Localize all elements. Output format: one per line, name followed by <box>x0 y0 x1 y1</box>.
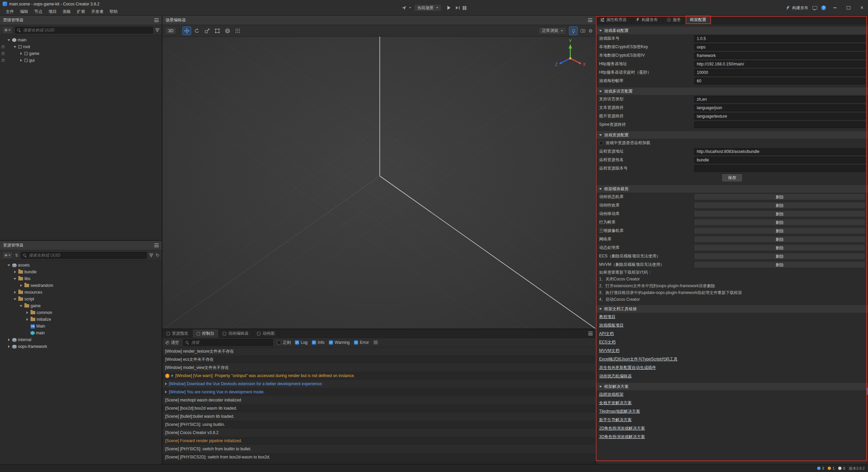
panel-menu[interactable] <box>588 329 593 338</box>
asset-node-initialize[interactable]: initialize <box>0 316 162 323</box>
filter-icon[interactable] <box>149 254 153 257</box>
build-publish-button[interactable]: 构建发布 <box>786 5 808 11</box>
property-input-Http服务器请求超时（毫秒）[interactable] <box>694 69 865 76</box>
asset-node-script[interactable]: script <box>0 296 162 302</box>
move-tool-button[interactable] <box>183 27 191 35</box>
layout-grid-icon[interactable] <box>463 6 467 10</box>
asset-node-oops-framework[interactable]: oops-framework <box>0 343 162 350</box>
menu-开发者[interactable]: 开发者 <box>88 8 106 15</box>
console-searchbox[interactable] <box>183 339 273 346</box>
rect-tool-button[interactable] <box>213 27 221 35</box>
hierarchy-node-gui[interactable]: gui <box>0 57 162 64</box>
panel-menu-icon[interactable] <box>154 243 159 247</box>
section-header-框架模块裁剪[interactable]: 框架模块裁剪 <box>596 185 868 193</box>
property-input-游戏版本号[interactable] <box>694 35 865 42</box>
property-input-Http服务器地址[interactable] <box>694 61 865 67</box>
log-row[interactable]: [Scene] [PHYSICS]: switch from builtin t… <box>162 445 595 453</box>
filter-Error[interactable]: Error <box>354 340 369 345</box>
expand-chevron-icon[interactable] <box>165 382 167 385</box>
step-button[interactable] <box>456 6 460 10</box>
property-input-图片资源路径[interactable] <box>694 113 865 120</box>
section-header-框架文档工具链接[interactable]: 框架文档工具链接 <box>596 305 868 313</box>
expand-arrow-icon[interactable] <box>19 59 23 62</box>
camera-icon[interactable] <box>580 29 585 33</box>
expand-arrow-icon[interactable] <box>25 318 29 321</box>
menu-帮助[interactable]: 帮助 <box>106 8 121 15</box>
property-input-远程资源包名[interactable] <box>694 157 865 163</box>
clear-console-button[interactable]: 清空 <box>165 340 179 346</box>
log-row[interactable]: [Window] model_view文件夹不存在 <box>162 363 595 372</box>
property-input-游戏每秒帧率[interactable] <box>694 78 865 84</box>
gizmo-y-label[interactable]: Y <box>569 39 572 43</box>
property-input-支持语言类型[interactable] <box>694 96 865 103</box>
gizmo-x-label[interactable]: X <box>583 62 586 67</box>
expand-arrow-icon[interactable] <box>13 278 17 280</box>
inspector-tab-服务[interactable]: 服务 <box>663 16 686 24</box>
inspector-tab-属性检查器[interactable]: 属性检查器 <box>596 16 631 24</box>
run-target-caret-icon[interactable] <box>409 7 411 8</box>
expand-arrow-icon[interactable] <box>13 46 17 48</box>
run-target-icon[interactable] <box>402 5 407 10</box>
log-row[interactable]: [Window] render_texture文件夹不存在 <box>162 347 595 355</box>
link-战棋游戏框架[interactable]: 战棋游戏框架 <box>599 392 624 397</box>
expand-arrow-icon[interactable] <box>19 305 23 307</box>
expand-arrow-icon[interactable] <box>7 39 11 41</box>
help-icon[interactable] <box>821 5 826 10</box>
delete-button-网络库[interactable]: 删除 <box>694 236 865 242</box>
filter-icon[interactable] <box>155 28 159 32</box>
log-row[interactable]: [Window] [Vue warn]: Property "onInput" … <box>162 372 595 380</box>
checkbox-icon[interactable] <box>354 340 358 345</box>
property-input-Spine资源路径[interactable] <box>694 121 865 128</box>
link-游戏模板项目[interactable]: 游戏模板项目 <box>599 322 624 328</box>
console-search-input[interactable] <box>191 340 271 345</box>
expand-arrow-icon[interactable] <box>19 52 23 55</box>
transform-space-button[interactable] <box>223 27 232 35</box>
rotate-tool-button[interactable] <box>193 27 201 35</box>
asset-node-internal[interactable]: internal <box>0 336 162 343</box>
log-row[interactable]: [Scene] meshopt wasm decoder initialized <box>162 396 595 404</box>
info-count[interactable]: 3 <box>817 466 824 470</box>
delete-button-动画移动库[interactable]: 删除 <box>694 211 865 217</box>
hierarchy-search-input[interactable] <box>22 27 151 33</box>
scene-viewport[interactable]: Y X Z <box>162 37 595 329</box>
section-header-框架解决方案[interactable]: 框架解决方案 <box>596 383 868 390</box>
asset-node-assets[interactable]: assets <box>0 262 162 269</box>
hierarchy-node-main[interactable]: main <box>0 37 162 43</box>
delete-button-动画特效库[interactable]: 删除 <box>694 202 865 209</box>
close-button[interactable] <box>857 0 867 16</box>
console-tab-资源预览[interactable]: 资源预览 <box>162 329 193 338</box>
asset-node-seedrandom[interactable]: seedrandom <box>0 282 162 289</box>
link-API文档[interactable]: API文档 <box>599 331 614 337</box>
maximize-button[interactable] <box>844 0 853 16</box>
log-row[interactable]: [Scene] [bullet]:bullet wasm lib loaded. <box>162 412 595 420</box>
log-row[interactable]: [Window] Download the Vue Devtools exten… <box>162 380 595 388</box>
link-Excel格式转Json文件与TypeScript代码工具[interactable]: Excel格式转Json文件与TypeScript代码工具 <box>599 356 677 362</box>
menu-文件[interactable]: 文件 <box>3 8 17 15</box>
scrollbar-thumb[interactable] <box>866 388 868 395</box>
expand-arrow-icon[interactable] <box>19 284 23 287</box>
scale-tool-button[interactable] <box>203 27 211 35</box>
section-header-游戏资源配置[interactable]: 游戏资源配置 <box>596 131 868 139</box>
checkbox-icon[interactable] <box>312 340 316 345</box>
console-tab-控制台[interactable]: 控制台 <box>193 329 219 338</box>
view-gizmo[interactable]: Y X Z <box>555 39 586 67</box>
delete-button-三维摄像机库[interactable]: 删除 <box>694 228 865 234</box>
preview-window-icon[interactable] <box>812 6 817 9</box>
expand-chevron-icon[interactable] <box>172 374 173 377</box>
panel-menu-icon[interactable] <box>588 18 592 22</box>
hierarchy-node-game[interactable]: game <box>0 50 162 57</box>
log-row[interactable]: [Window] You are running Vue in developm… <box>162 388 595 396</box>
inspector-tab-构建发布[interactable]: 构建发布 <box>631 16 663 24</box>
refresh-icon[interactable] <box>156 253 159 257</box>
console-tab-动画图[interactable]: 动画图 <box>253 329 279 338</box>
minimize-button[interactable] <box>830 0 840 16</box>
delete-button-动画状态机库[interactable]: 删除 <box>694 194 865 200</box>
gizmo-z-label[interactable]: Z <box>555 62 557 67</box>
link-MVVM文档[interactable]: MVVM文档 <box>599 348 619 354</box>
link-全栈开发解决方案[interactable]: 全栈开发解决方案 <box>599 400 632 406</box>
link-3D角色扮演游戏解决方案[interactable]: 3D角色扮演游戏解决方案 <box>599 434 645 440</box>
gear-icon[interactable] <box>588 28 593 33</box>
snap-settings-button[interactable] <box>234 27 242 35</box>
expand-arrow-icon[interactable] <box>25 311 29 314</box>
filter-Info[interactable]: Info <box>312 340 324 345</box>
